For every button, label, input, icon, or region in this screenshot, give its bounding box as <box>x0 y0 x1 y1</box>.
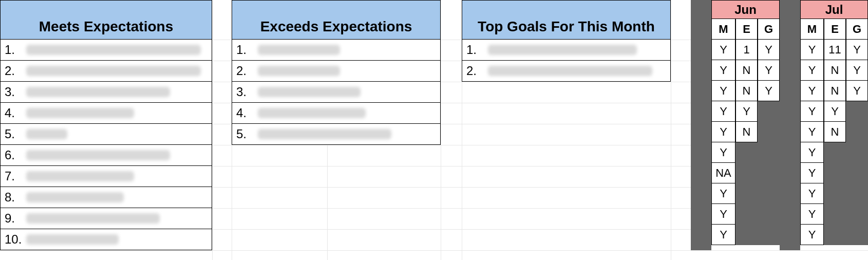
month-cell[interactable]: 11 <box>824 40 846 60</box>
month-cell[interactable]: Y <box>800 81 824 101</box>
exceeds-title: Exceeds Expectations <box>260 18 412 35</box>
grey-divider <box>691 0 711 250</box>
month-cell[interactable]: Y <box>711 40 735 60</box>
month-cell[interactable]: Y <box>711 183 735 204</box>
meets-item[interactable]: 5. <box>0 124 212 145</box>
month-cell[interactable]: Y <box>800 60 824 81</box>
month-cell-empty <box>846 163 868 183</box>
month-cell[interactable]: N <box>735 122 758 142</box>
month-cell[interactable]: N <box>824 60 846 81</box>
meets-item[interactable]: 2. <box>0 61 212 82</box>
month-cell[interactable]: Y <box>800 142 824 163</box>
meets-item[interactable]: 1. <box>0 40 212 61</box>
month-cell[interactable]: Y <box>846 40 868 60</box>
spreadsheet: Meets Expectations 1.2.3.4.5.6.7.8.9.10.… <box>0 0 868 260</box>
goals-title: Top Goals For This Month <box>478 18 655 35</box>
item-number: 2. <box>236 64 256 78</box>
month-cell[interactable]: Y <box>800 183 824 204</box>
meets-header[interactable]: Meets Expectations <box>0 0 212 40</box>
goals-item[interactable]: 2. <box>462 61 671 82</box>
exceeds-item[interactable]: 2. <box>232 61 441 82</box>
redacted-text <box>26 45 201 55</box>
month-col-head[interactable]: M <box>800 19 824 40</box>
month-cell[interactable]: N <box>735 81 758 101</box>
item-number: 7. <box>5 169 24 183</box>
month-cell[interactable]: NA <box>711 163 735 183</box>
month-cell[interactable]: N <box>824 122 846 142</box>
exceeds-column: Exceeds Expectations 1.2.3.4.5. <box>232 0 441 145</box>
month-col-head[interactable]: M <box>711 19 735 40</box>
month-cell[interactable]: Y <box>711 81 735 101</box>
month-jun-title[interactable]: Jun <box>711 0 780 19</box>
goals-header[interactable]: Top Goals For This Month <box>462 0 671 40</box>
month-cell[interactable]: Y <box>846 81 868 101</box>
meets-item[interactable]: 7. <box>0 166 212 187</box>
meets-item[interactable]: 8. <box>0 187 212 208</box>
meets-item[interactable]: 4. <box>0 103 212 124</box>
month-cell-empty <box>824 225 846 245</box>
month-cell[interactable]: Y <box>800 101 824 122</box>
month-cell-empty <box>758 142 780 163</box>
item-number: 6. <box>5 148 24 162</box>
exceeds-item[interactable]: 5. <box>232 124 441 145</box>
month-cell[interactable]: Y <box>758 81 780 101</box>
exceeds-header[interactable]: Exceeds Expectations <box>232 0 441 40</box>
month-col-head[interactable]: E <box>824 19 846 40</box>
month-cell-empty <box>735 204 758 225</box>
exceeds-item[interactable]: 1. <box>232 40 441 61</box>
month-cell[interactable]: N <box>735 60 758 81</box>
month-cell[interactable]: Y <box>711 60 735 81</box>
month-cell[interactable]: Y <box>711 101 735 122</box>
redacted-text <box>488 66 652 76</box>
month-cell[interactable]: Y <box>711 204 735 225</box>
month-cell-empty <box>846 204 868 225</box>
month-jun: Jun MEGY1YYNYYNYYYYNYNAYYY <box>711 0 780 245</box>
item-number: 1. <box>466 43 486 57</box>
month-col-head[interactable]: E <box>735 19 758 40</box>
month-cell[interactable]: Y <box>758 40 780 60</box>
item-number: 3. <box>236 85 256 99</box>
redacted-text <box>258 129 391 139</box>
item-number: 10. <box>5 232 24 247</box>
month-jul-title[interactable]: Jul <box>800 0 868 19</box>
month-cell[interactable]: Y <box>800 225 824 245</box>
redacted-text <box>26 213 160 224</box>
meets-item[interactable]: 6. <box>0 145 212 166</box>
month-cell[interactable]: N <box>824 81 846 101</box>
redacted-text <box>26 129 67 139</box>
month-cell-empty <box>758 204 780 225</box>
month-cell[interactable]: Y <box>800 163 824 183</box>
month-cell[interactable]: Y <box>846 60 868 81</box>
redacted-text <box>26 171 134 181</box>
month-cell[interactable]: Y <box>800 40 824 60</box>
month-cell[interactable]: Y <box>711 142 735 163</box>
redacted-text <box>488 45 637 55</box>
month-cell[interactable]: Y <box>735 101 758 122</box>
month-cell-empty <box>758 122 780 142</box>
month-cell[interactable]: Y <box>758 60 780 81</box>
item-number: 9. <box>5 211 24 226</box>
redacted-text <box>26 150 170 160</box>
month-cell[interactable]: Y <box>711 122 735 142</box>
goals-item[interactable]: 1. <box>462 40 671 61</box>
exceeds-item[interactable]: 3. <box>232 82 441 103</box>
month-col-head[interactable]: G <box>758 19 780 40</box>
month-cell[interactable]: Y <box>824 101 846 122</box>
item-number: 3. <box>5 85 24 99</box>
meets-item[interactable]: 3. <box>0 82 212 103</box>
month-cell-empty <box>758 225 780 245</box>
item-number: 5. <box>236 127 256 141</box>
grey-divider <box>780 0 800 250</box>
month-cell[interactable]: Y <box>800 204 824 225</box>
exceeds-item[interactable]: 4. <box>232 103 441 124</box>
meets-item[interactable]: 9. <box>0 208 212 229</box>
redacted-text <box>26 192 124 202</box>
month-cell[interactable]: 1 <box>735 40 758 60</box>
month-cell[interactable]: Y <box>711 225 735 245</box>
month-jul: Jul MEGY11YYNYYNYYYYNYYYYY <box>800 0 868 245</box>
month-cell-empty <box>824 163 846 183</box>
month-col-head[interactable]: G <box>846 19 868 40</box>
meets-item[interactable]: 10. <box>0 229 212 250</box>
month-cell-empty <box>824 183 846 204</box>
month-cell[interactable]: Y <box>800 122 824 142</box>
